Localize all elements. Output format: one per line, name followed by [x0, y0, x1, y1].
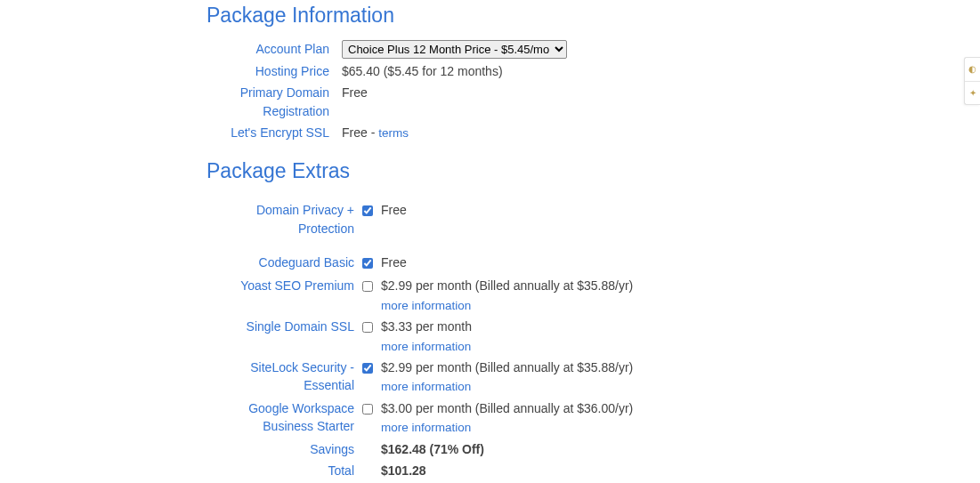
savings-value: $162.48 (71% Off)	[381, 440, 484, 458]
package-extras-heading: Package Extras	[207, 159, 980, 183]
savings-label: Savings	[207, 440, 354, 458]
yoast-more-info-link[interactable]: more information	[381, 299, 471, 312]
lets-encrypt-ssl-value: Free - terms	[342, 124, 409, 142]
yoast-label: Yoast SEO Premium	[207, 277, 354, 294]
google-workspace-price: $3.00 per month (Billed annually at $36.…	[381, 399, 633, 417]
domain-privacy-label: Domain Privacy + Protection	[207, 201, 354, 237]
ssl-terms-link[interactable]: terms	[378, 126, 409, 140]
side-widget-icon-bottom[interactable]: ✦	[965, 81, 980, 105]
domain-privacy-checkbox[interactable]	[362, 205, 373, 216]
hosting-price-value: $65.40 ($5.45 for 12 months)	[342, 62, 503, 80]
total-value: $101.28	[381, 462, 481, 479]
package-information-heading: Package Information	[207, 4, 980, 28]
sitelock-price: $2.99 per month (Billed annually at $35.…	[381, 358, 633, 376]
side-widget-icon-top[interactable]: ◐	[965, 58, 980, 81]
domain-privacy-price: Free	[381, 201, 407, 219]
total-label: Total	[207, 462, 354, 479]
primary-domain-label: Primary Domain Registration	[207, 84, 342, 120]
yoast-checkbox[interactable]	[362, 281, 373, 292]
hosting-price-label: Hosting Price	[207, 62, 342, 80]
google-workspace-checkbox[interactable]	[362, 404, 373, 415]
single-ssl-label: Single Domain SSL	[207, 318, 354, 335]
codeguard-checkbox[interactable]	[362, 258, 373, 269]
single-ssl-checkbox[interactable]	[362, 322, 373, 333]
account-plan-label: Account Plan	[207, 40, 342, 58]
codeguard-label: Codeguard Basic	[207, 254, 354, 271]
lets-encrypt-ssl-label: Let's Encrypt SSL	[207, 124, 342, 141]
side-widget[interactable]: ◐ ✦	[964, 57, 980, 105]
codeguard-price: Free	[381, 254, 407, 271]
yoast-price: $2.99 per month (Billed annually at $35.…	[381, 277, 633, 294]
sitelock-checkbox[interactable]	[362, 363, 373, 374]
google-workspace-more-info-link[interactable]: more information	[381, 421, 471, 434]
sitelock-label: SiteLock Security - Essential	[207, 358, 354, 395]
sitelock-more-info-link[interactable]: more information	[381, 380, 471, 393]
ssl-free-text: Free -	[342, 125, 378, 140]
google-workspace-label: Google Workspace Business Starter	[207, 399, 354, 436]
single-ssl-price: $3.33 per month	[381, 318, 472, 335]
single-ssl-more-info-link[interactable]: more information	[381, 340, 471, 353]
primary-domain-value: Free	[342, 84, 368, 101]
account-plan-select[interactable]: Choice Plus 12 Month Price - $5.45/mo	[342, 40, 567, 59]
